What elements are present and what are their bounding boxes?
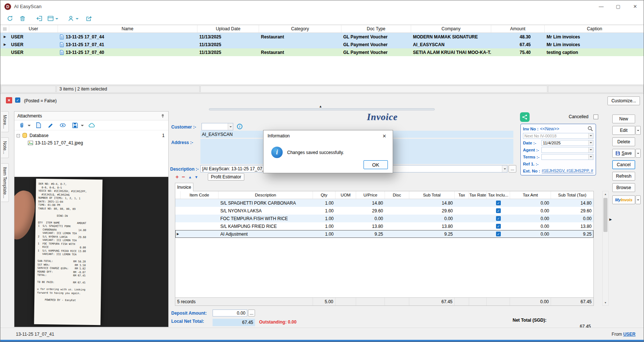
- refresh-icon[interactable]: [6, 14, 14, 23]
- deposit-more-button[interactable]: ...: [248, 309, 255, 317]
- view-eye-icon[interactable]: [58, 121, 67, 130]
- column-header-uom[interactable]: UOM: [335, 191, 356, 199]
- invoice-item-row[interactable]: ▶ S/L NYONYA LAKSA 1.00 29.60 29.60 0.00…: [175, 207, 593, 215]
- delete-button[interactable]: Delete: [612, 137, 635, 146]
- table-row[interactable]: ▶ USER 13-11-25 17_07_40 11/13/2025 Rest…: [0, 48, 644, 56]
- edit-pen-icon[interactable]: [46, 121, 55, 130]
- column-header-description[interactable]: Description: [218, 191, 313, 199]
- column-header-company[interactable]: Company: [411, 25, 491, 33]
- panel-collapse-icon[interactable]: ▶: [609, 218, 612, 221]
- tax-inclusive-checkbox[interactable]: [496, 216, 501, 221]
- tree-node-database[interactable]: Database 1: [17, 132, 166, 139]
- chevron-down-icon[interactable]: [228, 123, 233, 130]
- column-header-user[interactable]: User: [9, 25, 58, 33]
- filter-enabled-checkbox[interactable]: [15, 98, 20, 103]
- tax-inclusive-checkbox[interactable]: [496, 232, 501, 236]
- scroll-up-icon[interactable]: ▲: [603, 191, 608, 197]
- cancelled-checkbox[interactable]: [593, 114, 598, 119]
- agent-combo[interactable]: [541, 147, 593, 153]
- edit-button[interactable]: Edit: [612, 126, 635, 135]
- new-button[interactable]: New: [612, 114, 635, 123]
- myinvois-button[interactable]: MyInvois: [612, 195, 635, 204]
- collapse-icon[interactable]: [17, 134, 20, 137]
- check-in-icon[interactable]: [35, 14, 44, 23]
- cloud-icon[interactable]: [87, 121, 96, 130]
- tree-node-file[interactable]: 13-11-25 17_07_41.jpeg: [17, 139, 166, 147]
- horizontal-scrollbar[interactable]: [200, 86, 547, 93]
- next-no-combo[interactable]: Next No IV-00018: [523, 133, 593, 139]
- invoice-item-row[interactable]: ▶ S/L SPAGHETTI PORK CARBONARA 1.00 14.8…: [175, 199, 593, 207]
- scrollbar-thumb[interactable]: [603, 198, 607, 232]
- scroll-down-icon[interactable]: ▼: [603, 300, 608, 305]
- chevron-down-icon[interactable]: [502, 165, 507, 172]
- select-all-icon[interactable]: [0, 25, 9, 33]
- items-grid-scrollbar[interactable]: ▲ ▼: [602, 191, 609, 306]
- invoice-item-row[interactable]: ▶ S/L KAMPUNG FRIED RICE 1.00 13.80 13.8…: [175, 222, 593, 230]
- column-header-amount[interactable]: Amount: [491, 25, 545, 33]
- chevron-down-icon[interactable]: [588, 140, 593, 146]
- customer-combo[interactable]: [202, 123, 233, 130]
- chevron-down-icon[interactable]: [588, 147, 593, 153]
- attachment-preview-image[interactable]: DER NO: #O-4, O-7, 0-6, 0-6, 0-5VOICE NO…: [14, 177, 168, 327]
- refresh-button[interactable]: Refresh: [612, 172, 635, 181]
- profit-estimator-button[interactable]: Profit Estimator: [208, 173, 244, 181]
- table-row[interactable]: ▶ USER 13-11-25 17_07_44 11/13/2025 Rest…: [0, 33, 644, 41]
- splitter-collapse-icon[interactable]: ▲: [319, 105, 322, 108]
- edit-dropdown-icon[interactable]: [636, 126, 641, 135]
- date-combo[interactable]: 11/4/2025: [541, 140, 593, 146]
- save-dropdown-icon[interactable]: [636, 149, 641, 158]
- tab-invoice[interactable]: Invoice: [175, 183, 193, 191]
- column-header-uprice[interactable]: U/Price: [356, 191, 385, 199]
- pin-icon[interactable]: [160, 113, 165, 119]
- maximize-icon[interactable]: ▢: [610, 0, 627, 13]
- column-header-item-code[interactable]: Item Code: [180, 191, 218, 199]
- invoice-item-row[interactable]: ▶ AI Adjustment 1.00 9.25 9.25 0.00 9.25: [175, 230, 593, 238]
- browse-button[interactable]: Browse: [612, 183, 635, 192]
- user-icon[interactable]: [66, 14, 75, 23]
- column-header-qty[interactable]: Qty: [313, 191, 335, 199]
- move-up-icon[interactable]: ▲: [187, 174, 193, 180]
- search-icon[interactable]: [587, 126, 593, 132]
- column-header-upload-date[interactable]: Upload Date: [197, 25, 259, 33]
- card-view-icon[interactable]: [46, 14, 55, 23]
- customize-button[interactable]: Customize...: [607, 96, 640, 105]
- from-user-link[interactable]: USER: [623, 332, 636, 337]
- clear-filter-button[interactable]: ✕: [6, 97, 12, 103]
- tax-inclusive-checkbox[interactable]: [496, 224, 501, 229]
- move-down-icon[interactable]: ▼: [193, 174, 199, 180]
- ext-no-value[interactable]: #1EJHS2GV, #1EJHS2PP, #: [542, 168, 593, 173]
- tab-note[interactable]: Note...: [1, 137, 9, 158]
- column-header-name[interactable]: Name: [58, 25, 197, 33]
- terms-combo[interactable]: [541, 154, 593, 160]
- share-icon[interactable]: [85, 14, 93, 23]
- column-header-tax[interactable]: Tax: [455, 191, 469, 199]
- attach-file-icon[interactable]: [17, 121, 26, 130]
- delete-icon[interactable]: [18, 14, 27, 23]
- myinvois-dropdown-icon[interactable]: [636, 195, 641, 204]
- tab-more[interactable]: More...: [1, 111, 9, 132]
- ok-button[interactable]: OK: [364, 160, 388, 169]
- column-header-subtotal-tax[interactable]: Sub Total (Tax): [551, 191, 593, 199]
- column-header-doc-type[interactable]: Doc Type: [341, 25, 411, 33]
- share-network-icon[interactable]: [520, 112, 530, 122]
- column-header-category[interactable]: Category: [259, 25, 341, 33]
- chevron-down-icon[interactable]: [588, 133, 593, 138]
- add-row-icon[interactable]: +: [174, 174, 180, 179]
- column-header-subtotal[interactable]: Sub Total: [409, 191, 455, 199]
- save-attachment-icon[interactable]: [70, 121, 79, 130]
- new-document-icon[interactable]: [34, 121, 43, 130]
- tab-item-template[interactable]: Item Template...: [1, 163, 9, 202]
- remove-row-icon[interactable]: −: [180, 174, 186, 179]
- description-more-button[interactable]: ...: [509, 165, 516, 172]
- deposit-amount-field[interactable]: 0.00: [213, 309, 247, 317]
- invoice-item-row[interactable]: ▶ FOC TEMPURA FISH WITH RICE 1.00 0.00 0…: [175, 215, 593, 222]
- column-header-tax-amt[interactable]: Tax Amt: [510, 191, 551, 199]
- tax-inclusive-checkbox[interactable]: [496, 201, 501, 205]
- column-header-tax-rate[interactable]: Tax Rate: [469, 191, 487, 199]
- minimize-icon[interactable]: —: [593, 0, 610, 13]
- column-header-tax-inclusive[interactable]: Tax Inclu...: [487, 191, 510, 199]
- card-view-dropdown-icon[interactable]: [55, 18, 58, 21]
- close-icon[interactable]: ✕: [627, 0, 644, 13]
- tax-inclusive-checkbox[interactable]: [496, 208, 501, 213]
- user-dropdown-icon[interactable]: [76, 18, 79, 21]
